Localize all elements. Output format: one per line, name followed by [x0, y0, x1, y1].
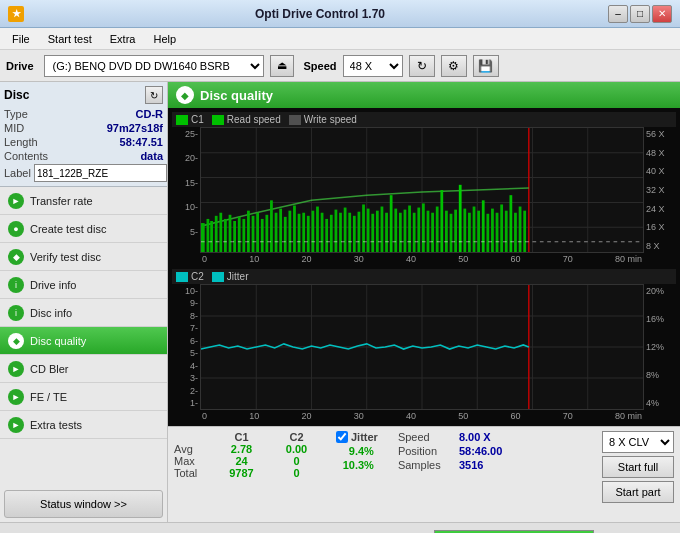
- svg-rect-27: [270, 200, 273, 252]
- menu-file[interactable]: File: [4, 31, 38, 47]
- chart1-y-axis-right: 56 X 48 X 40 X 32 X 24 X 16 X 8 X: [644, 127, 676, 253]
- svg-rect-47: [362, 204, 365, 252]
- create-test-disc-icon: ●: [8, 221, 24, 237]
- drive-select[interactable]: (G:) BENQ DVD DD DW1640 BSRB: [44, 55, 264, 77]
- svg-rect-43: [344, 208, 347, 252]
- svg-rect-45: [353, 216, 356, 252]
- title-bar: ★ Opti Drive Control 1.70 – □ ✕: [0, 0, 680, 28]
- svg-rect-77: [500, 204, 503, 252]
- avg-c2-val: 0.00: [269, 443, 324, 455]
- chart2-content: 10- 9- 8- 7- 6- 5- 4- 3- 2- 1-: [172, 284, 676, 410]
- disc-contents-key: Contents: [4, 150, 48, 162]
- jitter-checkbox[interactable]: [336, 431, 348, 443]
- disc-label-row: Label ↻: [4, 164, 163, 182]
- svg-rect-80: [514, 213, 517, 252]
- start-full-button[interactable]: Start full: [602, 456, 674, 478]
- svg-rect-50: [376, 211, 379, 252]
- svg-rect-17: [224, 219, 227, 252]
- sidebar-item-fe-te[interactable]: ► FE / TE: [0, 383, 167, 411]
- sidebar-item-extra-tests[interactable]: ► Extra tests: [0, 411, 167, 439]
- chart1-svg: [201, 128, 643, 252]
- svg-rect-79: [509, 195, 512, 252]
- chart2-y-axis-right: 20% 16% 12% 8% 4%: [644, 284, 676, 410]
- svg-rect-60: [422, 203, 425, 252]
- menu-extra[interactable]: Extra: [102, 31, 144, 47]
- fe-te-icon: ►: [8, 389, 24, 405]
- eject-button[interactable]: ⏏: [270, 55, 294, 77]
- disc-label-input[interactable]: [34, 164, 167, 182]
- disc-contents-val: data: [140, 150, 163, 162]
- svg-rect-16: [219, 213, 222, 252]
- sidebar-item-cd-bler[interactable]: ► CD Bler: [0, 355, 167, 383]
- samples-row: Samples 3516: [398, 459, 502, 471]
- progress-bar-container: [434, 530, 594, 534]
- status-window-label: Status window >>: [40, 498, 127, 510]
- read-speed-legend-label: Read speed: [227, 114, 281, 125]
- sidebar-item-transfer-rate[interactable]: ► Transfer rate: [0, 187, 167, 215]
- save-button[interactable]: 💾: [473, 55, 499, 77]
- sidebar-item-create-test-disc[interactable]: ● Create test disc: [0, 215, 167, 243]
- max-label: Max: [174, 455, 214, 467]
- c1-legend-label: C1: [191, 114, 204, 125]
- svg-rect-28: [275, 213, 278, 252]
- transfer-rate-icon: ►: [8, 193, 24, 209]
- charts-container: C1 Read speed Write speed 25- 20-: [168, 108, 680, 426]
- speed-select[interactable]: 48 X: [343, 55, 403, 77]
- position-row: Position 58:46.00: [398, 445, 502, 457]
- write-speed-legend-label: Write speed: [304, 114, 357, 125]
- disc-mid-row: MID 97m27s18f: [4, 122, 163, 134]
- svg-rect-25: [261, 219, 264, 252]
- svg-rect-44: [348, 213, 351, 252]
- speed-value: 8.00 X: [459, 431, 491, 443]
- jitter-color-swatch: [212, 272, 224, 282]
- total-c2-val: 0: [269, 467, 324, 479]
- fe-te-label: FE / TE: [30, 391, 67, 403]
- svg-rect-34: [302, 213, 305, 252]
- svg-rect-82: [523, 211, 526, 252]
- max-c2-val: 0: [269, 455, 324, 467]
- content-area: ◆ Disc quality C1 Read speed: [168, 82, 680, 522]
- svg-rect-63: [436, 207, 439, 252]
- svg-rect-41: [335, 210, 338, 252]
- disc-refresh-button[interactable]: ↻: [145, 86, 163, 104]
- start-part-button[interactable]: Start part: [602, 481, 674, 503]
- sidebar-item-drive-info[interactable]: i Drive info: [0, 271, 167, 299]
- refresh-button[interactable]: ↻: [409, 55, 435, 77]
- close-button[interactable]: ✕: [652, 5, 672, 23]
- clv-speed-select[interactable]: 8 X CLV: [602, 431, 674, 453]
- menu-help[interactable]: Help: [145, 31, 184, 47]
- sidebar-item-disc-quality[interactable]: ◆ Disc quality: [0, 327, 167, 355]
- position-label: Position: [398, 445, 453, 457]
- svg-rect-65: [445, 211, 448, 252]
- sidebar-item-verify-test-disc[interactable]: ◆ Verify test disc: [0, 243, 167, 271]
- svg-rect-76: [496, 213, 499, 252]
- chart2-inner: [200, 284, 644, 410]
- chart1-content: 25- 20- 15- 10- 5-: [172, 127, 676, 253]
- svg-rect-48: [367, 209, 370, 252]
- maximize-button[interactable]: □: [630, 5, 650, 23]
- jitter-max-val: 10.3%: [336, 459, 378, 471]
- status-window-button[interactable]: Status window >>: [4, 490, 163, 518]
- extra-tests-label: Extra tests: [30, 419, 82, 431]
- svg-rect-39: [325, 219, 328, 252]
- jitter-avg-val: 9.4%: [336, 445, 378, 457]
- chart2-svg: [201, 285, 643, 409]
- svg-rect-13: [207, 219, 210, 252]
- sidebar-item-disc-info[interactable]: i Disc info: [0, 299, 167, 327]
- disc-length-row: Length 58:47.51: [4, 136, 163, 148]
- svg-rect-24: [256, 213, 259, 252]
- speed-label: Speed: [304, 60, 337, 72]
- main-layout: Disc ↻ Type CD-R MID 97m27s18f Length 58…: [0, 82, 680, 522]
- disc-header: Disc ↻: [4, 86, 163, 104]
- svg-rect-74: [486, 214, 489, 252]
- svg-rect-54: [394, 209, 397, 252]
- minimize-button[interactable]: –: [608, 5, 628, 23]
- disc-length-key: Length: [4, 136, 38, 148]
- read-speed-color-swatch: [212, 115, 224, 125]
- svg-rect-57: [408, 206, 411, 253]
- settings-button[interactable]: ⚙: [441, 55, 467, 77]
- svg-rect-58: [413, 213, 416, 252]
- menu-start-test[interactable]: Start test: [40, 31, 100, 47]
- c1-color-swatch: [176, 115, 188, 125]
- disc-quality-header-title: Disc quality: [200, 88, 273, 103]
